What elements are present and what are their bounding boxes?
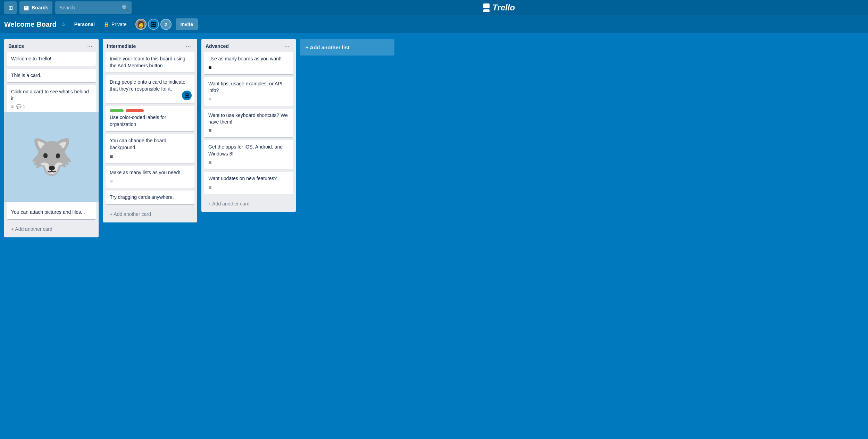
divider-1 xyxy=(70,20,70,28)
card-mobile-apps[interactable]: Get the apps for iOS, Android, and Windo… xyxy=(204,140,293,169)
card-badges: ≡ xyxy=(110,153,190,160)
card-this-is-a-card[interactable]: This is a card. xyxy=(7,69,96,83)
add-list-button[interactable]: + Add another list xyxy=(300,39,394,56)
card-color-labels[interactable]: Use color-coded labels for organization xyxy=(106,106,194,131)
avatar-emoji-1: 👩 xyxy=(137,20,145,28)
visibility-label[interactable]: 🔒 Private xyxy=(103,22,127,27)
card-text: Want tips, usage examples, or API info? xyxy=(208,81,282,93)
trello-logo-text: Trello xyxy=(492,3,515,12)
card-text: Make as many lists as you need! xyxy=(110,170,180,175)
badge-description: ≡ xyxy=(11,104,14,109)
card-text: Get the apps for iOS, Android, and Windo… xyxy=(208,144,283,157)
description-icon: ≡ xyxy=(208,159,211,166)
card-invite-team[interactable]: Invite your team to this board using the… xyxy=(106,52,194,73)
comment-icon: 💬 xyxy=(16,104,22,109)
board-content: Basics ··· Welcome to Trello! This is a … xyxy=(0,33,868,439)
card-text: Use as many boards as you want! xyxy=(208,56,282,61)
lock-icon: 🔒 xyxy=(103,22,109,27)
workspace-label[interactable]: Personal xyxy=(74,22,95,27)
card-text: Want updates on new features? xyxy=(208,176,277,181)
list-title-basics: Basics xyxy=(8,43,24,49)
description-icon: ≡ xyxy=(208,65,211,71)
list-header-basics: Basics ··· xyxy=(4,39,99,52)
logo-area: Trello xyxy=(134,3,864,12)
list-cards-intermediate: Invite your team to this board using the… xyxy=(103,52,197,207)
card-member-avatar: ⊞ xyxy=(182,91,192,100)
top-nav: ⊞ ▦ Boards 🔍 Trello xyxy=(0,0,868,15)
list-footer-intermediate: + Add another card xyxy=(103,207,197,222)
label-red xyxy=(126,109,144,112)
description-icon: ≡ xyxy=(110,178,113,184)
description-icon: ≡ xyxy=(208,184,211,191)
logo-bar-2 xyxy=(483,9,490,12)
logo-bar-1 xyxy=(483,3,490,8)
card-labels xyxy=(110,109,190,112)
home-button[interactable]: ⊞ xyxy=(4,1,17,14)
list-advanced: Advanced ··· Use as many boards as you w… xyxy=(201,39,296,212)
badge-comments: 💬 1 xyxy=(16,104,25,109)
card-text: Try dragging cards anywhere. xyxy=(110,194,174,200)
list-menu-advanced[interactable]: ··· xyxy=(282,42,292,50)
card-badges: ≡ xyxy=(208,184,289,191)
list-intermediate: Intermediate ··· Invite your team to thi… xyxy=(103,39,197,222)
comment-count: 1 xyxy=(23,104,25,109)
board-title: Welcome Board xyxy=(4,20,57,28)
card-many-lists[interactable]: Make as many lists as you need! ≡ xyxy=(106,166,194,188)
member-count-badge: 2 xyxy=(160,19,172,30)
list-menu-basics[interactable]: ··· xyxy=(85,42,94,50)
card-badges: ≡ xyxy=(208,96,289,102)
card-drag-cards[interactable]: Try dragging cards anywhere. xyxy=(106,191,194,204)
add-card-advanced[interactable]: + Add another card xyxy=(204,198,293,209)
home-icon: ⊞ xyxy=(8,5,13,11)
card-text: Welcome to Trello! xyxy=(11,56,51,61)
card-welcome[interactable]: Welcome to Trello! xyxy=(7,52,96,66)
trello-logo-icon xyxy=(483,3,490,12)
member-avatar-2[interactable]: ⊞ xyxy=(148,19,159,30)
card-drag-people[interactable]: Drag people onto a card to indicate that… xyxy=(106,75,194,103)
card-image-dog: 🐺 xyxy=(4,112,99,202)
search-box: 🔍 xyxy=(55,1,132,14)
trello-logo: Trello xyxy=(483,3,515,12)
list-header-advanced: Advanced ··· xyxy=(201,39,296,52)
dog-icon: 🐺 xyxy=(30,136,73,177)
card-many-boards[interactable]: Use as many boards as you want! ≡ xyxy=(204,52,293,74)
search-icon: 🔍 xyxy=(122,5,129,11)
card-board-background[interactable]: You can change the board background. ≡ xyxy=(106,134,194,163)
boards-button[interactable]: ▦ Boards xyxy=(19,1,52,14)
card-badges: ≡ 💬 1 xyxy=(11,104,92,109)
card-text: You can attach pictures and files... xyxy=(11,209,85,215)
card-click-on-card[interactable]: Click on a card to see what's behind it.… xyxy=(7,85,96,112)
description-icon: ≡ xyxy=(208,128,211,134)
boards-label: Boards xyxy=(32,5,48,10)
list-title-advanced: Advanced xyxy=(206,43,229,49)
card-text: Want to use keyboard shortcuts? We have … xyxy=(208,112,288,125)
card-new-features[interactable]: Want updates on new features? ≡ xyxy=(204,172,293,194)
divider-3 xyxy=(131,20,131,28)
divider-2 xyxy=(99,20,99,28)
description-icon: ≡ xyxy=(11,104,14,109)
list-cards-advanced: Use as many boards as you want! ≡ Want t… xyxy=(201,52,296,197)
card-badges: ≡ xyxy=(208,128,289,134)
card-badges: ≡ xyxy=(208,159,289,166)
card-badges: ≡ xyxy=(110,178,190,184)
add-card-intermediate[interactable]: + Add another card xyxy=(106,209,194,220)
card-attach-files[interactable]: 🐺 You can attach pictures and files... xyxy=(7,112,96,219)
invite-button[interactable]: Invite xyxy=(176,18,198,30)
avatar-icon: ⊞ xyxy=(184,92,190,99)
search-input[interactable] xyxy=(59,5,119,10)
list-footer-basics: + Add another card xyxy=(4,222,99,237)
list-menu-intermediate[interactable]: ··· xyxy=(184,42,193,50)
label-green xyxy=(110,109,124,112)
description-icon: ≡ xyxy=(208,96,211,102)
card-keyboard-shortcuts[interactable]: Want to use keyboard shortcuts? We have … xyxy=(204,109,293,137)
card-tips-api[interactable]: Want tips, usage examples, or API info? … xyxy=(204,77,293,106)
member-avatar-1[interactable]: 👩 xyxy=(135,19,147,30)
card-text: You can change the board background. xyxy=(110,138,166,150)
boards-icon: ▦ xyxy=(24,5,29,11)
list-basics: Basics ··· Welcome to Trello! This is a … xyxy=(4,39,99,237)
card-text: Drag people onto a card to indicate that… xyxy=(110,79,185,92)
board-header: Welcome Board ☆ Personal 🔒 Private 👩 ⊞ 2… xyxy=(0,15,868,33)
star-button[interactable]: ☆ xyxy=(61,21,66,28)
list-footer-advanced: + Add another card xyxy=(201,197,296,212)
add-card-basics[interactable]: + Add another card xyxy=(7,223,96,235)
